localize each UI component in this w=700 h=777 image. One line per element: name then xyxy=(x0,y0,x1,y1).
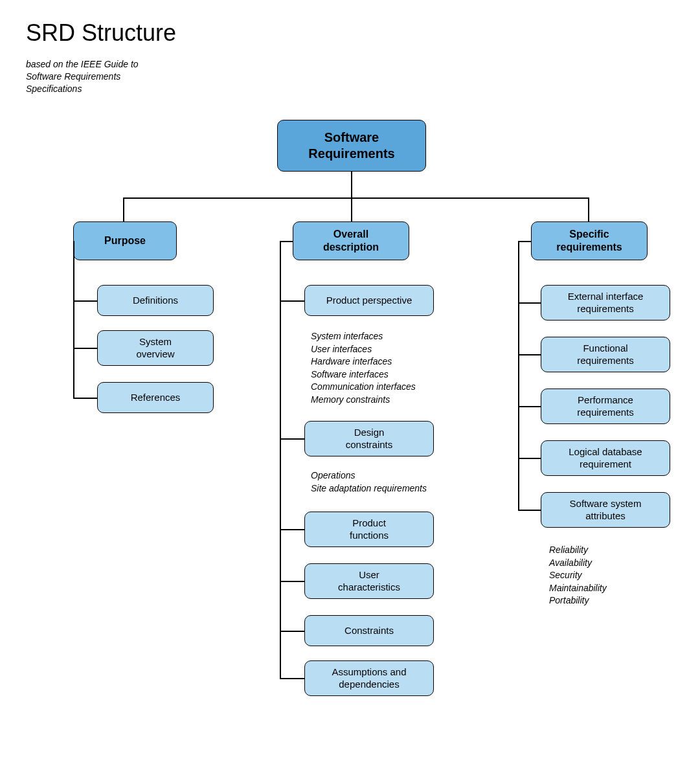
connector xyxy=(123,197,589,199)
connector xyxy=(518,302,541,304)
connector xyxy=(73,398,97,399)
node-overall-child: Usercharacteristics xyxy=(304,563,434,599)
connector xyxy=(280,438,304,440)
diagram-canvas: SRD Structure based on the IEEE Guide to… xyxy=(0,0,700,777)
connector xyxy=(518,510,541,511)
node-specific-child: Logical databaserequirement xyxy=(541,440,670,476)
node-purpose-child: References xyxy=(97,382,214,413)
connector xyxy=(280,581,304,582)
connector xyxy=(73,300,97,302)
connector xyxy=(73,241,74,398)
connector xyxy=(518,458,541,459)
node-purpose-child: Definitions xyxy=(97,285,214,316)
diagram-subtitle: based on the IEEE Guide toSoftware Requi… xyxy=(26,58,139,95)
node-specific: Specificrequirements xyxy=(531,221,648,260)
node-overall-child: Product perspective xyxy=(304,285,434,316)
connector xyxy=(280,631,304,632)
node-overall-child: Constraints xyxy=(304,615,434,646)
node-purpose-child: Systemoverview xyxy=(97,330,214,366)
connector xyxy=(351,197,352,221)
note-specific: ReliabilityAvailabilitySecurityMaintaina… xyxy=(549,544,607,607)
node-specific-child: Software systemattributes xyxy=(541,492,670,528)
connector xyxy=(123,197,124,221)
note-overall-1: System interfacesUser interfacesHardware… xyxy=(311,330,416,407)
connector xyxy=(518,241,519,510)
connector xyxy=(518,241,531,242)
connector xyxy=(73,348,97,349)
node-specific-child: Functionalrequirements xyxy=(541,337,670,372)
connector xyxy=(280,300,304,302)
node-overall: Overalldescription xyxy=(293,221,409,260)
connector xyxy=(351,172,352,197)
connector xyxy=(518,406,541,407)
connector xyxy=(280,678,304,679)
node-purpose: Purpose xyxy=(73,221,177,260)
note-overall-2: OperationsSite adaptation requirements xyxy=(311,469,427,495)
connector xyxy=(280,529,304,530)
connector xyxy=(588,197,589,221)
connector xyxy=(518,354,541,355)
diagram-title: SRD Structure xyxy=(26,19,176,47)
node-overall-child: Designconstraints xyxy=(304,421,434,456)
node-specific-child: External interfacerequirements xyxy=(541,285,670,321)
connector xyxy=(280,241,281,679)
node-specific-child: Performancerequirements xyxy=(541,388,670,424)
connector xyxy=(280,241,293,242)
node-root: SoftwareRequirements xyxy=(277,120,426,172)
node-overall-child: Assumptions anddependencies xyxy=(304,660,434,696)
node-overall-child: Productfunctions xyxy=(304,512,434,547)
